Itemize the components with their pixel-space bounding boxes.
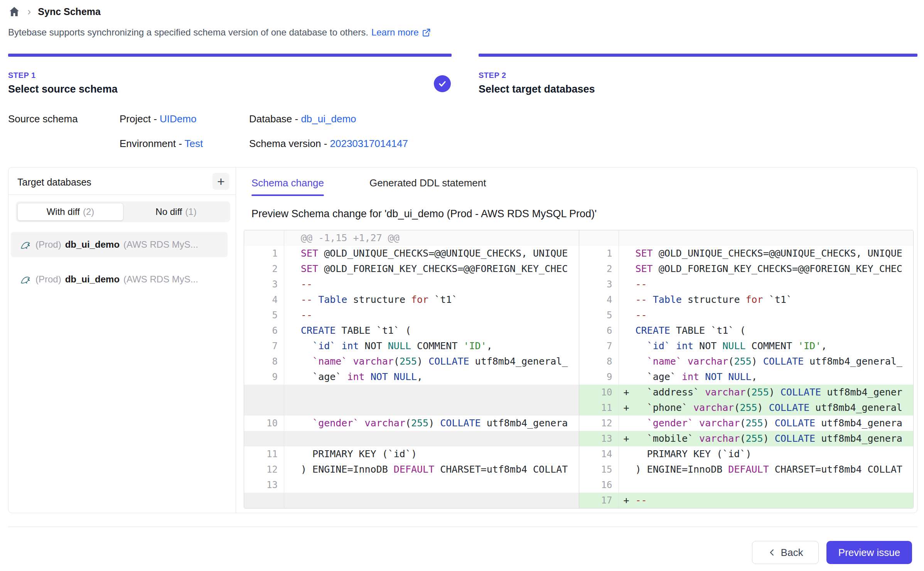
code-line-new: +-- <box>619 493 914 508</box>
code-line-old: SET @OLD_UNIQUE_CHECKS=@@UNIQUE_CHECKS, … <box>284 246 579 261</box>
database-link[interactable]: db_ui_demo <box>301 113 356 125</box>
db-environment: (Prod) <box>35 274 61 285</box>
diff-row: 10+ `address` varchar(255) COLLATE utf8m… <box>244 385 913 400</box>
line-number-new: 5 <box>579 307 619 323</box>
code-line-old: `name` varchar(255) COLLATE utf8mb4_gene… <box>284 354 579 369</box>
line-number-new: 2 <box>579 261 619 277</box>
step2-label: STEP 2 <box>479 71 595 80</box>
step1-title: Select source schema <box>8 83 118 95</box>
step1-label: STEP 1 <box>8 71 118 80</box>
line-number-old: 2 <box>244 261 284 277</box>
db-instance: (AWS RDS MyS... <box>123 274 198 285</box>
diff-filter-segmented-control: With diff(2) No diff(1) <box>16 201 230 222</box>
line-number-old <box>244 400 284 416</box>
step1-progress-bar <box>8 54 452 57</box>
line-number-old: 10 <box>244 416 284 431</box>
page-description: Bytebase supports synchronizing a specif… <box>8 27 431 38</box>
tab-schema-change[interactable]: Schema change <box>251 177 324 196</box>
tab-no-diff[interactable]: No diff(1) <box>123 203 229 221</box>
project-link[interactable]: UIDemo <box>160 113 196 125</box>
diff-row: 1316 <box>244 477 913 493</box>
code-line-new: + `mobile` varchar(255) COLLATE utf8mb4_… <box>619 431 914 446</box>
learn-more-link[interactable]: Learn more <box>371 27 431 38</box>
code-line-new: `age` int NOT NULL, <box>619 369 914 385</box>
source-schema-label: Source schema <box>8 113 78 125</box>
line-number-new: 16 <box>579 477 619 493</box>
code-line-old <box>284 493 579 508</box>
line-number-old: 1 <box>244 246 284 261</box>
code-line-old: `id` int NOT NULL COMMENT 'ID', <box>284 338 579 354</box>
line-number-old: 13 <box>244 477 284 493</box>
code-line-old: ) ENGINE=InnoDB DEFAULT CHARSET=utf8mb4 … <box>284 462 579 477</box>
step2-title: Select target databases <box>479 83 595 95</box>
sidebar-divider <box>8 194 236 195</box>
step1: STEP 1 Select source schema <box>8 71 118 95</box>
external-link-icon <box>422 28 431 37</box>
diff-row: 2SET @OLD_FOREIGN_KEY_CHECKS=@@FOREIGN_K… <box>244 261 913 277</box>
diff-row: 10 `gender` varchar(255) COLLATE utf8mb4… <box>244 416 913 431</box>
code-line-new <box>619 230 914 246</box>
back-button[interactable]: Back <box>752 541 819 564</box>
schema-version-link[interactable]: 20230317014147 <box>330 138 408 149</box>
line-number-new: 7 <box>579 338 619 354</box>
line-number-new: 17 <box>579 493 619 508</box>
code-line-old: @@ -1,15 +1,27 @@ <box>284 230 579 246</box>
field-environment: Environment - Test <box>120 138 203 150</box>
code-line-old: `age` int NOT NULL, <box>284 369 579 385</box>
main-panel: Target databases + With diff(2) No diff(… <box>8 167 917 513</box>
code-line-new: ) ENGINE=InnoDB DEFAULT CHARSET=utf8mb4 … <box>619 462 914 477</box>
home-icon[interactable] <box>8 5 20 18</box>
code-line-new <box>619 477 914 493</box>
line-number-old <box>244 230 284 246</box>
target-database-item[interactable]: (Prod)db_ui_demo(AWS RDS MyS... <box>11 232 228 257</box>
add-target-database-button[interactable]: + <box>212 173 229 190</box>
mysql-icon <box>20 239 32 250</box>
line-number-new <box>579 230 619 246</box>
line-number-old: 12 <box>244 462 284 477</box>
diff-row: 9 `age` int NOT NULL,9 `age` int NOT NUL… <box>244 369 913 385</box>
preview-issue-button[interactable]: Preview issue <box>826 541 912 564</box>
db-environment: (Prod) <box>35 239 61 250</box>
tab-generated-ddl[interactable]: Generated DDL statement <box>369 177 486 196</box>
line-number-old: 3 <box>244 277 284 292</box>
db-name: db_ui_demo <box>65 274 120 285</box>
code-line-old <box>284 431 579 446</box>
code-line-new: + `address` varchar(255) COLLATE utf8mb4… <box>619 385 914 400</box>
schema-diff-view: @@ -1,15 +1,27 @@1SET @OLD_UNIQUE_CHECKS… <box>244 230 914 508</box>
code-line-new: PRIMARY KEY (`id`) <box>619 446 914 462</box>
environment-link[interactable]: Test <box>185 138 203 149</box>
target-database-item[interactable]: (Prod)db_ui_demo(AWS RDS MyS... <box>11 267 228 292</box>
line-number-new: 13 <box>579 431 619 446</box>
code-line-old: `gender` varchar(255) COLLATE utf8mb4_ge… <box>284 416 579 431</box>
code-line-new: `name` varchar(255) COLLATE utf8mb4_gene… <box>619 354 914 369</box>
line-number-old <box>244 493 284 508</box>
line-number-old: 7 <box>244 338 284 354</box>
diff-row: 11 PRIMARY KEY (`id`)14 PRIMARY KEY (`id… <box>244 446 913 462</box>
target-databases-title: Target databases <box>17 177 91 188</box>
code-line-old: -- Table structure for `t1` <box>284 292 579 307</box>
description-text: Bytebase supports synchronizing a specif… <box>8 27 368 38</box>
diff-row: 8 `name` varchar(255) COLLATE utf8mb4_ge… <box>244 354 913 369</box>
diff-row: 4-- Table structure for `t1`4-- Table st… <box>244 292 913 307</box>
diff-row: @@ -1,15 +1,27 @@ <box>244 230 913 246</box>
line-number-old: 5 <box>244 307 284 323</box>
code-line-new: -- Table structure for `t1` <box>619 292 914 307</box>
code-line-old <box>284 400 579 416</box>
breadcrumb-chevron-icon: › <box>27 5 31 18</box>
breadcrumb: › Sync Schema <box>8 5 101 18</box>
line-number-new: 1 <box>579 246 619 261</box>
line-number-new: 15 <box>579 462 619 477</box>
diff-row: 7 `id` int NOT NULL COMMENT 'ID',7 `id` … <box>244 338 913 354</box>
code-line-new: SET @OLD_FOREIGN_KEY_CHECKS=@@FOREIGN_KE… <box>619 261 914 277</box>
target-databases-panel: Target databases + With diff(2) No diff(… <box>8 167 236 513</box>
tab-with-diff[interactable]: With diff(2) <box>17 203 123 221</box>
diff-row: 11+ `phone` varchar(255) COLLATE utf8mb4… <box>244 400 913 416</box>
diff-row: 17+-- <box>244 493 913 508</box>
code-line-old: CREATE TABLE `t1` ( <box>284 323 579 338</box>
db-instance: (AWS RDS MyS... <box>123 239 198 250</box>
line-number-new: 10 <box>579 385 619 400</box>
line-number-new: 11 <box>579 400 619 416</box>
diff-row: 13+ `mobile` varchar(255) COLLATE utf8mb… <box>244 431 913 446</box>
code-line-new: `id` int NOT NULL COMMENT 'ID', <box>619 338 914 354</box>
code-line-new: CREATE TABLE `t1` ( <box>619 323 914 338</box>
